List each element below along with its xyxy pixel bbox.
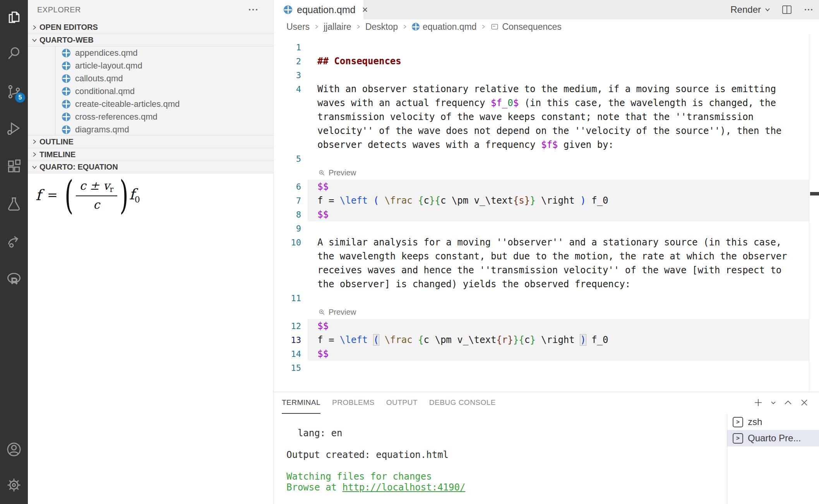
terminal-list-item[interactable]: >zsh <box>727 414 819 430</box>
terminal-list-item[interactable]: >Quarto Pre... <box>727 430 819 446</box>
code-line[interactable]: the wavelength keeps constant, but due t… <box>274 249 809 263</box>
accounts-icon[interactable] <box>5 441 23 458</box>
section-outline[interactable]: OUTLINE <box>28 135 274 148</box>
line-content: velocity'' of the wave does not depend o… <box>308 124 809 138</box>
code-line[interactable]: 12$$ <box>274 319 809 333</box>
file-tree-item[interactable]: appendices.qmd <box>28 46 274 59</box>
code-token <box>368 195 373 206</box>
code-line[interactable]: 6$$ <box>274 180 809 194</box>
code-token: c <box>524 334 530 345</box>
line-content: f = \left ( \frac {c}{c \pm v_\text{s}} … <box>308 194 809 207</box>
line-content: f = \left ( \frac {c \pm v_\text{r}}{c} … <box>308 333 809 347</box>
code-line[interactable]: 5 <box>274 152 809 166</box>
preview-codelens-label[interactable]: Preview <box>329 166 356 180</box>
code-token: } <box>530 195 535 206</box>
panel-tab-problems[interactable]: PROBLEMS <box>332 392 375 414</box>
code-line[interactable]: receives waves and hence the ''transmiss… <box>274 263 809 277</box>
code-token: { <box>513 195 519 206</box>
breadcrumb-item[interactable]: Users <box>286 22 310 32</box>
code-token: \right <box>541 334 575 345</box>
quarto-file-icon <box>62 49 70 57</box>
code-line[interactable]: 13f = \left ( \frac {c \pm v_\text{r}}{c… <box>274 333 809 347</box>
zoom-preview-icon <box>318 169 326 177</box>
testing-icon[interactable] <box>5 195 23 213</box>
terminal-link[interactable]: http://localhost:4190/ <box>343 482 466 493</box>
section-workspace[interactable]: QUARTO-WEB <box>28 34 274 46</box>
panel-tab-output[interactable]: OUTPUT <box>386 392 418 414</box>
search-icon[interactable] <box>5 45 23 62</box>
explorer-more-actions-icon[interactable] <box>245 3 261 16</box>
code-line[interactable]: 7f = \left ( \frac {c}{c \pm v_\text{s}}… <box>274 194 809 207</box>
code-line[interactable]: the observer] is changed) yields the obs… <box>274 277 809 291</box>
file-tree-item[interactable]: callouts.qmd <box>28 72 274 85</box>
code-line[interactable]: 10A similar analysis for a moving ''obse… <box>274 235 809 249</box>
equation-numerator: c ± vr <box>76 179 118 196</box>
code-line[interactable]: 15 <box>274 361 809 375</box>
zoom-preview-icon <box>318 309 326 316</box>
tab-equation-qmd[interactable]: equation.qmd <box>274 0 363 19</box>
line-content: ## Consequences <box>308 54 809 68</box>
code-line[interactable]: 3 <box>274 68 809 82</box>
code-line[interactable]: 1 <box>274 40 809 54</box>
render-button[interactable]: Render <box>730 4 771 15</box>
section-label: TIMELINE <box>39 150 75 159</box>
line-content: the observer] is changed) yields the obs… <box>308 277 809 291</box>
code-line[interactable]: velocity'' of the wave does not depend o… <box>274 124 809 138</box>
code-token: c \pm v_\text <box>424 334 497 345</box>
codelens-preview-row[interactable]: Preview <box>274 305 809 319</box>
breadcrumb-item[interactable]: Desktop <box>365 22 398 32</box>
file-tree-item[interactable]: create-citeable-articles.qmd <box>28 98 274 110</box>
section-timeline[interactable]: TIMELINE <box>28 148 274 161</box>
editor-more-actions-icon[interactable] <box>803 4 814 15</box>
chevron-right-icon <box>314 24 320 30</box>
code-token: With an observer stationary relative to … <box>317 84 776 94</box>
run-debug-icon[interactable] <box>5 120 23 137</box>
source-control-icon[interactable]: 5 <box>5 83 23 101</box>
source-control-badge: 5 <box>15 93 25 103</box>
file-tree-item[interactable]: article-layout.qmd <box>28 59 274 72</box>
live-share-icon[interactable] <box>5 232 23 250</box>
new-terminal-icon[interactable] <box>753 398 763 408</box>
code-line[interactable]: observer detects waves with a frequency … <box>274 138 809 152</box>
settings-gear-icon[interactable] <box>5 476 23 494</box>
file-tree-item[interactable]: cross-references.qmd <box>28 110 274 123</box>
code-line[interactable]: 9 <box>274 221 809 235</box>
editor-scrollbar-marker[interactable] <box>810 192 819 195</box>
panel-tab-terminal[interactable]: TERMINAL <box>282 392 320 414</box>
editor-scrollbar-track[interactable] <box>809 34 809 392</box>
code-token: } <box>524 195 530 206</box>
code-line[interactable]: 2## Consequences <box>274 54 809 68</box>
code-token: receives waves and hence the ''transmiss… <box>317 265 781 276</box>
panel-tab-debug-console[interactable]: DEBUG CONSOLE <box>429 392 496 414</box>
code-line[interactable]: 8$$ <box>274 207 809 221</box>
code-line[interactable]: 11 <box>274 291 809 305</box>
file-tree-item[interactable]: conditional.qmd <box>28 85 274 98</box>
split-editor-icon[interactable] <box>781 4 793 15</box>
code-token <box>368 334 373 345</box>
breadcrumb-item[interactable]: Consequences <box>490 22 561 32</box>
line-number: 5 <box>274 154 301 164</box>
preview-codelens-label[interactable]: Preview <box>329 305 356 319</box>
code-line[interactable]: 14$$ <box>274 347 809 361</box>
maximize-panel-icon[interactable] <box>783 398 793 407</box>
section-quarto-equation[interactable]: QUARTO: EQUATION <box>28 161 274 173</box>
explorer-icon[interactable] <box>5 9 23 26</box>
extensions-icon[interactable] <box>5 158 23 175</box>
code-line[interactable]: waves with an actual frequency $f_0$ (in… <box>274 96 809 110</box>
breadcrumb-item[interactable]: jjallaire <box>324 22 351 32</box>
code-token: f = <box>317 195 340 206</box>
code-editor[interactable]: 12## Consequences34With an observer stat… <box>274 40 809 375</box>
code-line[interactable]: transmission velocity of the wave keeps … <box>274 110 809 124</box>
r-logo-icon[interactable] <box>5 270 23 288</box>
section-open-editors[interactable]: OPEN EDITORS <box>28 21 274 34</box>
code-line[interactable]: 4With an observer stationary relative to… <box>274 82 809 96</box>
quarto-equation-preview: f = ( c ± vr c ) f0 <box>28 173 274 504</box>
chevron-down-icon <box>29 37 39 44</box>
tab-close-icon[interactable] <box>361 6 369 14</box>
breadcrumb-item[interactable]: equation.qmd <box>412 22 476 32</box>
codelens-preview-row[interactable]: Preview <box>274 166 809 180</box>
line-content <box>308 221 809 235</box>
terminal-dropdown-icon[interactable] <box>770 399 776 406</box>
close-panel-icon[interactable] <box>800 398 809 407</box>
file-tree-item[interactable]: diagrams.qmd <box>28 123 274 136</box>
